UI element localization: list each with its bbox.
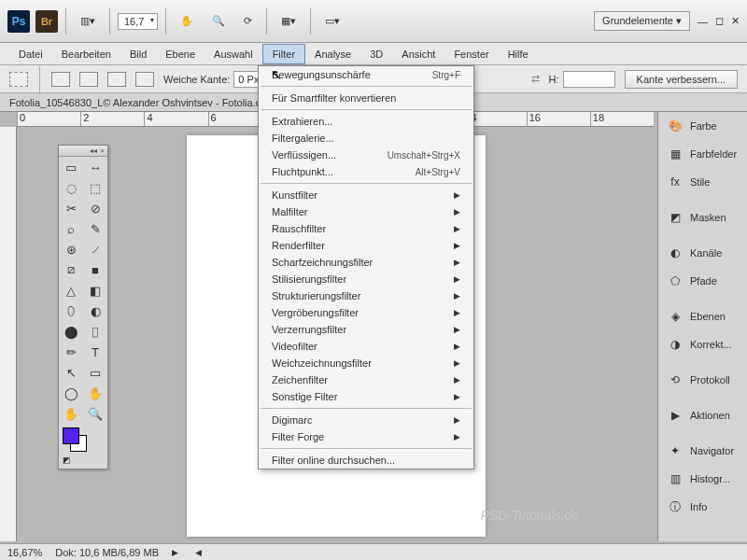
refine-edge-button[interactable]: Kante verbessern...: [625, 70, 738, 89]
tool-0[interactable]: ▭: [59, 157, 83, 177]
tool-24[interactable]: ✋: [59, 403, 83, 424]
menu-item-renderfilter[interactable]: Renderfilter▶: [259, 237, 473, 254]
menu-fenster[interactable]: Fenster: [444, 45, 498, 63]
swap-icon[interactable]: ⇄: [531, 73, 540, 85]
height-input[interactable]: [563, 71, 615, 88]
quickmask-icon[interactable]: ◩: [63, 455, 104, 465]
menu-item-strukturierungsfilter[interactable]: Strukturierungsfilter▶: [259, 287, 473, 304]
tool-12[interactable]: △: [59, 280, 83, 301]
panel-kan-le[interactable]: ◐Kanäle: [658, 239, 747, 267]
sel-mode-add[interactable]: [79, 72, 98, 87]
menu-item-malfilter[interactable]: Malfilter▶: [259, 203, 473, 220]
status-zoom[interactable]: 16,67%: [7, 547, 42, 558]
sel-mode-new[interactable]: [51, 72, 70, 87]
tool-3[interactable]: ⬚: [83, 177, 107, 198]
tool-14[interactable]: ⬯: [59, 301, 83, 321]
tool-7[interactable]: ✎: [83, 218, 107, 239]
menu-item-rauschfilter[interactable]: Rauschfilter▶: [259, 220, 473, 237]
tool-23[interactable]: ✋: [83, 383, 107, 403]
maximize-icon[interactable]: ◻: [715, 15, 724, 27]
tool-16[interactable]: ⬤: [59, 321, 83, 342]
menu-item-zeichenfilter[interactable]: Zeichenfilter▶: [259, 371, 473, 388]
panel-farbe[interactable]: 🎨Farbe: [658, 112, 747, 140]
menu-item-digimarc[interactable]: Digimarc▶: [259, 412, 473, 428]
tool-18[interactable]: ✏: [59, 342, 83, 362]
menu-item-verfl-ssigen-[interactable]: Verflüssigen...Umschalt+Strg+X: [259, 147, 473, 163]
bridge-icon[interactable]: Br: [35, 10, 58, 33]
status-arrow-icon[interactable]: ▶: [172, 548, 178, 557]
tool-6[interactable]: ⌕: [59, 218, 83, 239]
menu-filter[interactable]: Filter: [262, 44, 305, 64]
rotate-view-icon[interactable]: ⟳: [237, 11, 259, 31]
tool-17[interactable]: ⌷: [83, 321, 107, 342]
tool-5[interactable]: ⊘: [83, 198, 107, 218]
menu-item-vergr-berungsfilter[interactable]: Vergröberungsfilter▶: [259, 304, 473, 321]
panel-pfade[interactable]: ⬠Pfade: [658, 267, 747, 295]
menu-bild[interactable]: Bild: [120, 45, 156, 63]
tools-header[interactable]: ◂◂×: [59, 146, 107, 157]
menu-item-filtergalerie-[interactable]: Filtergalerie...: [259, 130, 473, 147]
panel-stile[interactable]: fxStile: [658, 168, 747, 196]
menu-ansicht[interactable]: Ansicht: [392, 45, 444, 63]
panel-histogr-[interactable]: ▥Histogr...: [658, 465, 747, 493]
zoom-select[interactable]: 16,7: [118, 13, 158, 30]
tool-4[interactable]: ✂: [59, 198, 83, 218]
sel-mode-sub[interactable]: [107, 72, 126, 87]
panel-masken[interactable]: ◩Masken: [658, 203, 747, 231]
tool-13[interactable]: ◧: [83, 280, 107, 301]
menu-item-weichzeichnungsfilter[interactable]: Weichzeichnungsfilter▶: [259, 355, 473, 371]
menu-item-sonstige-filter[interactable]: Sonstige Filter▶: [259, 388, 473, 405]
menu-item-videofilter[interactable]: Videofilter▶: [259, 338, 473, 355]
menu-datei[interactable]: Datei: [9, 45, 52, 63]
recent-icon[interactable]: ▥▾: [74, 11, 102, 31]
menu-item-bewegungsunsch-rfe[interactable]: BewegungsunschärfeStrg+F: [259, 66, 473, 83]
menu-item-extrahieren-[interactable]: Extrahieren...: [259, 113, 473, 130]
close-icon[interactable]: ✕: [731, 15, 740, 27]
menu-item-f-r-smartfilter-konvertieren[interactable]: Für Smartfilter konvertieren: [259, 90, 473, 106]
zoom-tool-icon[interactable]: 🔍: [205, 11, 232, 31]
menu-item-filter-forge[interactable]: Filter Forge▶: [259, 428, 473, 445]
arrange-icon[interactable]: ▦▾: [275, 11, 303, 31]
menu-item-fluchtpunkt-[interactable]: Fluchtpunkt...Alt+Strg+V: [259, 163, 473, 180]
menu-3d[interactable]: 3D: [360, 45, 392, 63]
panel-aktionen[interactable]: ▶Aktionen: [658, 401, 747, 429]
tool-11[interactable]: ■: [83, 259, 107, 280]
panel-korrekt-[interactable]: ◑Korrekt...: [658, 330, 747, 358]
tool-25[interactable]: 🔍: [83, 403, 107, 424]
tool-1[interactable]: ↔: [83, 157, 107, 177]
panel-navigator[interactable]: ✦Navigator: [658, 437, 747, 465]
menu-ebene[interactable]: Ebene: [156, 45, 204, 63]
menu-item-stilisierungsfilter[interactable]: Stilisierungsfilter▶: [259, 271, 473, 287]
photoshop-icon[interactable]: Ps: [7, 10, 30, 33]
tool-15[interactable]: ◐: [83, 301, 107, 321]
panel-farbfelder[interactable]: ▦Farbfelder: [658, 140, 747, 168]
color-swatches[interactable]: ◩: [59, 424, 107, 469]
menu-item-filter-online-durchsuchen-[interactable]: Filter online durchsuchen...: [259, 452, 473, 469]
workspace-selector[interactable]: Grundelemente ▾: [594, 11, 690, 31]
tool-22[interactable]: ◯: [59, 383, 83, 403]
menu-item-verzerrungsfilter[interactable]: Verzerrungsfilter▶: [259, 321, 473, 338]
menu-analyse[interactable]: Analyse: [305, 45, 360, 63]
hand-tool-icon[interactable]: ✋: [174, 11, 200, 31]
foreground-swatch[interactable]: [63, 427, 79, 444]
menu-hilfe[interactable]: Hilfe: [499, 45, 538, 63]
tool-20[interactable]: ↖: [59, 362, 83, 383]
menu-auswahl[interactable]: Auswahl: [204, 45, 262, 63]
sel-mode-int[interactable]: [135, 72, 154, 87]
scroll-left-icon[interactable]: ◀: [195, 548, 202, 557]
tool-21[interactable]: ▭: [83, 362, 107, 383]
screen-mode-icon[interactable]: ▭▾: [318, 11, 346, 31]
minimize-icon[interactable]: —: [698, 16, 708, 27]
tool-10[interactable]: ⧄: [59, 259, 83, 280]
panel-protokoll[interactable]: ⟲Protokoll: [658, 366, 747, 394]
panel-info[interactable]: ⓘInfo: [658, 493, 747, 521]
tool-9[interactable]: ⟋: [83, 239, 107, 259]
tool-19[interactable]: T: [83, 342, 107, 362]
menu-item-scharfzeichnungsfilter[interactable]: Scharfzeichnungsfilter▶: [259, 254, 473, 271]
menu-item-kunstfilter[interactable]: Kunstfilter▶: [259, 187, 473, 203]
panel-ebenen[interactable]: ◈Ebenen: [658, 302, 747, 330]
tool-preset-icon[interactable]: [9, 72, 28, 87]
tool-8[interactable]: ⊛: [59, 239, 83, 259]
tool-2[interactable]: ◌: [59, 177, 83, 198]
menu-bearbeiten[interactable]: Bearbeiten: [52, 45, 120, 63]
